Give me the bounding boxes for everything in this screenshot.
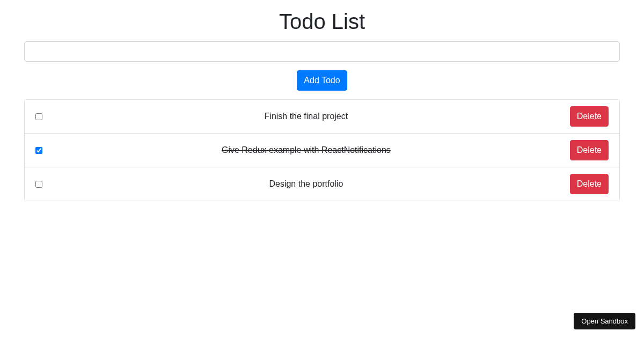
todo-checkbox[interactable] <box>35 147 42 154</box>
todo-item: Finish the final project Delete <box>25 100 619 134</box>
todo-checkbox[interactable] <box>35 113 42 120</box>
todo-text: Finish the final project <box>42 112 570 121</box>
delete-button[interactable]: Delete <box>570 174 609 194</box>
todo-text: Give Redux example with ReactNotificatio… <box>42 145 570 155</box>
todo-item: Design the portfolio Delete <box>25 167 619 201</box>
add-todo-button[interactable]: Add Todo <box>297 70 347 91</box>
page-title: Todo List <box>24 10 620 34</box>
todo-checkbox[interactable] <box>35 181 42 188</box>
todo-item: Give Redux example with ReactNotificatio… <box>25 134 619 167</box>
new-todo-input[interactable] <box>24 41 620 62</box>
todo-text: Design the portfolio <box>42 179 570 189</box>
delete-button[interactable]: Delete <box>570 106 609 127</box>
todo-list: Finish the final project Delete Give Red… <box>24 99 620 201</box>
open-sandbox-button[interactable]: Open Sandbox <box>574 313 635 329</box>
delete-button[interactable]: Delete <box>570 140 609 160</box>
